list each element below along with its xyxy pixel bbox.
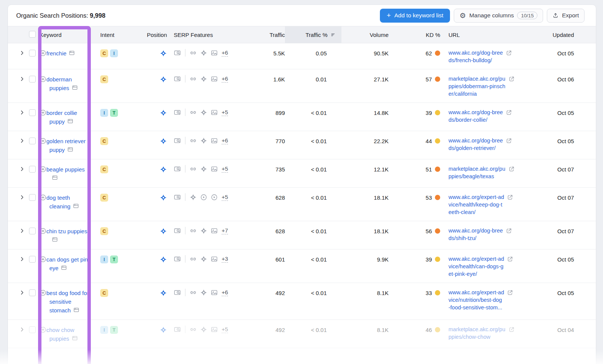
external-link-icon[interactable] bbox=[506, 109, 512, 116]
serp-feature-image-icon[interactable] bbox=[211, 289, 218, 296]
url-link[interactable]: www.akc.org/expert-advice/nutrition/best… bbox=[448, 289, 504, 311]
serp-preview-icon[interactable] bbox=[69, 50, 75, 56]
select-all-checkbox[interactable] bbox=[29, 31, 36, 38]
expand-row-chevron-icon[interactable] bbox=[19, 76, 25, 82]
add-keyword-icon[interactable] bbox=[40, 228, 46, 234]
serp-more-features-link[interactable]: +7 bbox=[222, 227, 228, 234]
serp-preview-icon[interactable] bbox=[72, 84, 78, 91]
serp-feature-diamond-icon[interactable] bbox=[200, 255, 207, 263]
column-header-volume[interactable]: Volume bbox=[341, 32, 389, 38]
serp-preview-icon[interactable] bbox=[73, 307, 80, 313]
keyword-link[interactable]: dog teeth cleaning bbox=[46, 194, 70, 210]
serp-checker-icon[interactable] bbox=[174, 289, 181, 296]
serp-feature-image-icon[interactable] bbox=[211, 109, 218, 116]
serp-feature-link-icon[interactable] bbox=[190, 165, 197, 173]
url-link[interactable]: marketplace.akc.org/puppies/chow-chow bbox=[448, 326, 505, 341]
row-checkbox[interactable] bbox=[29, 228, 36, 234]
add-keyword-icon[interactable] bbox=[40, 138, 46, 144]
add-to-keyword-list-button[interactable]: + Add to keyword list bbox=[380, 9, 450, 23]
serp-checker-icon[interactable] bbox=[174, 137, 181, 144]
add-keyword-icon[interactable] bbox=[40, 109, 46, 116]
serp-checker-icon[interactable] bbox=[174, 227, 181, 234]
add-keyword-icon[interactable] bbox=[40, 194, 46, 201]
serp-more-features-link[interactable]: +6 bbox=[222, 49, 228, 57]
serp-feature-image-icon[interactable] bbox=[211, 75, 218, 83]
serp-more-features-link[interactable]: +5 bbox=[222, 326, 228, 333]
add-keyword-icon[interactable] bbox=[40, 256, 46, 263]
url-link[interactable]: www.akc.org/dog-breeds/french-bulldog/ bbox=[448, 49, 503, 64]
column-header-keyword[interactable]: Keyword bbox=[40, 32, 91, 38]
sort-descending-icon[interactable] bbox=[330, 32, 336, 38]
external-link-icon[interactable] bbox=[507, 289, 513, 296]
serp-feature-diamond-icon[interactable] bbox=[200, 165, 207, 173]
keyword-link[interactable]: chin tzu puppies bbox=[46, 228, 87, 234]
url-link[interactable]: www.akc.org/dog-breeds/shih-tzu/ bbox=[448, 227, 503, 242]
row-checkbox[interactable] bbox=[29, 138, 36, 144]
url-link[interactable]: www.akc.org/expert-advice/health/keep-do… bbox=[448, 193, 504, 216]
serp-feature-image-icon[interactable] bbox=[211, 137, 218, 144]
keyword-link[interactable]: best dog food for sensitive stomach bbox=[46, 290, 89, 314]
url-link[interactable]: marketplace.akc.org/puppies/doberman-pin… bbox=[448, 75, 505, 98]
add-keyword-icon[interactable] bbox=[40, 76, 46, 83]
expand-row-chevron-icon[interactable] bbox=[19, 50, 25, 56]
serp-feature-link-icon[interactable] bbox=[190, 326, 197, 333]
url-link[interactable]: www.akc.org/dog-breeds/golden-retriever/ bbox=[448, 137, 503, 152]
serp-checker-icon[interactable] bbox=[174, 75, 181, 83]
external-link-icon[interactable] bbox=[508, 166, 515, 172]
serp-feature-link-icon[interactable] bbox=[190, 75, 197, 83]
row-checkbox[interactable] bbox=[29, 326, 36, 333]
row-checkbox[interactable] bbox=[29, 289, 36, 296]
serp-preview-icon[interactable] bbox=[61, 265, 67, 271]
add-keyword-icon[interactable] bbox=[40, 50, 46, 57]
serp-feature-image-icon[interactable] bbox=[211, 326, 218, 333]
column-header-url[interactable]: URL bbox=[443, 32, 530, 38]
serp-feature-link-icon[interactable] bbox=[190, 255, 197, 263]
serp-feature-diamond-icon[interactable] bbox=[200, 75, 207, 83]
serp-more-features-link[interactable]: +5 bbox=[222, 193, 228, 201]
serp-feature-diamond-icon[interactable] bbox=[200, 227, 207, 234]
serp-preview-icon[interactable] bbox=[73, 203, 79, 209]
serp-more-features-link[interactable]: +6 bbox=[222, 75, 228, 83]
serp-feature-link-icon[interactable] bbox=[190, 109, 197, 116]
serp-feature-diamond-icon[interactable] bbox=[190, 194, 197, 201]
keyword-link[interactable]: can dogs get pink eye bbox=[46, 256, 91, 271]
expand-row-chevron-icon[interactable] bbox=[19, 194, 25, 200]
serp-feature-link-icon[interactable] bbox=[190, 137, 197, 144]
column-header-traffic[interactable]: Traffic bbox=[234, 32, 285, 38]
manage-columns-button[interactable]: ⚙ Manage columns 10/15 bbox=[454, 9, 543, 23]
row-checkbox[interactable] bbox=[29, 76, 36, 83]
external-link-icon[interactable] bbox=[507, 194, 513, 200]
serp-preview-icon[interactable] bbox=[72, 335, 78, 341]
keyword-link[interactable]: doberman puppies bbox=[46, 76, 72, 91]
serp-feature-image-icon[interactable] bbox=[211, 255, 218, 263]
serp-feature-play-icon[interactable] bbox=[200, 194, 207, 201]
column-header-intent[interactable]: Intent bbox=[91, 32, 124, 38]
expand-row-chevron-icon[interactable] bbox=[19, 138, 25, 144]
column-header-position[interactable]: Position bbox=[124, 32, 167, 38]
serp-checker-icon[interactable] bbox=[174, 49, 181, 57]
serp-feature-diamond-icon[interactable] bbox=[200, 326, 207, 333]
url-link[interactable]: marketplace.akc.org/puppies/beagle/texas bbox=[448, 165, 505, 180]
column-header-traffic-pct[interactable]: Traffic % bbox=[285, 26, 341, 43]
column-header-updated[interactable]: Updated bbox=[530, 32, 596, 38]
serp-feature-diamond-icon[interactable] bbox=[200, 109, 207, 116]
serp-more-features-link[interactable]: +5 bbox=[222, 165, 228, 173]
keyword-link[interactable]: chow chow puppies bbox=[46, 327, 74, 342]
column-header-serp-features[interactable]: SERP Features bbox=[167, 32, 234, 38]
add-keyword-icon[interactable] bbox=[40, 289, 46, 296]
serp-feature-diamond-icon[interactable] bbox=[200, 49, 207, 57]
serp-checker-icon[interactable] bbox=[174, 109, 181, 116]
row-checkbox[interactable] bbox=[29, 50, 36, 57]
column-header-kd[interactable]: KD % bbox=[389, 32, 443, 38]
row-checkbox[interactable] bbox=[29, 109, 36, 116]
add-keyword-icon[interactable] bbox=[40, 326, 46, 333]
expand-row-chevron-icon[interactable] bbox=[19, 228, 25, 234]
serp-feature-diamond-icon[interactable] bbox=[200, 289, 207, 296]
serp-checker-icon[interactable] bbox=[174, 326, 181, 333]
serp-checker-icon[interactable] bbox=[174, 165, 181, 173]
keyword-link[interactable]: golden retriever puppy bbox=[46, 138, 86, 153]
serp-preview-icon[interactable] bbox=[52, 174, 58, 181]
external-link-icon[interactable] bbox=[506, 50, 512, 56]
serp-feature-image-icon[interactable] bbox=[211, 165, 218, 173]
row-checkbox[interactable] bbox=[29, 194, 36, 201]
